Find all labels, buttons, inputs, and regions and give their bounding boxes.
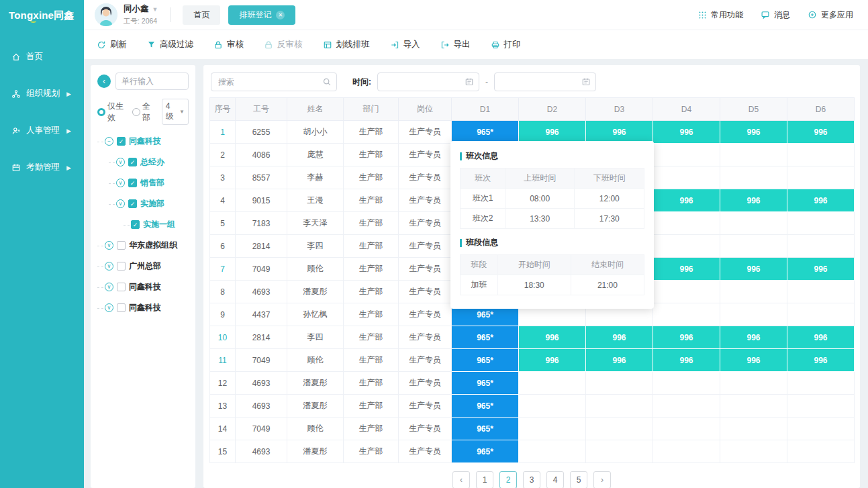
sidebar-item-1[interactable]: 组织规划 ▶ — [0, 75, 84, 112]
day-cell-d4[interactable] — [653, 303, 720, 326]
page-button-5[interactable]: 5 — [570, 471, 587, 488]
day-cell-d4[interactable]: 996 — [653, 258, 720, 281]
day-cell-d6[interactable]: 996 — [787, 189, 855, 212]
day-cell-d6[interactable] — [787, 166, 855, 189]
close-icon[interactable]: ✕ — [276, 11, 285, 19]
day-cell-d5[interactable] — [720, 235, 787, 258]
tree-node-5[interactable]: ∨ 华东虚拟组织 — [97, 240, 189, 251]
tree-checkbox[interactable]: ✓ — [131, 220, 140, 229]
day-cell-d5[interactable] — [720, 440, 787, 463]
day-cell-d5[interactable] — [720, 372, 787, 395]
tree-node-7[interactable]: ∨ 同鑫科技 — [97, 281, 189, 293]
day-cell-d4[interactable]: 996 — [653, 121, 720, 144]
tree-checkbox[interactable] — [117, 283, 126, 291]
header-tab-0[interactable]: 首页 — [183, 5, 220, 25]
day-cell-d4[interactable] — [653, 440, 720, 463]
tree-checkbox[interactable]: ✓ — [117, 137, 126, 146]
day-cell-d4[interactable] — [653, 418, 720, 440]
tree-node-1[interactable]: ∨ ✓ 总经办 — [97, 156, 189, 168]
day-cell-d5[interactable]: 996 — [720, 326, 787, 349]
user-info[interactable]: 同小鑫 ▼ 工号: 2064 — [124, 3, 158, 26]
expand-node-icon[interactable]: ∨ — [105, 283, 113, 291]
day-cell-d2[interactable] — [519, 440, 586, 463]
toolbar-item-2[interactable]: 审核 — [213, 39, 244, 50]
day-cell-d3[interactable]: 996 — [586, 326, 653, 349]
tree-checkbox[interactable]: ✓ — [128, 199, 137, 208]
level-select[interactable]: 4级 ▼ — [162, 99, 189, 125]
day-cell-d1[interactable]: 965* — [452, 349, 519, 372]
expand-node-icon[interactable]: ∨ — [116, 179, 125, 187]
day-cell-d4[interactable] — [653, 395, 720, 418]
sidebar-item-2[interactable]: 人事管理 ▶ — [0, 112, 84, 149]
day-cell-d4[interactable] — [653, 281, 720, 303]
next-page-button[interactable]: › — [593, 471, 611, 488]
page-button-1[interactable]: 1 — [476, 471, 493, 488]
calendar-icon[interactable] — [581, 77, 591, 87]
day-cell-d3[interactable]: 996 — [586, 349, 653, 372]
page-button-2[interactable]: 2 — [499, 471, 517, 488]
table-search-input[interactable] — [211, 72, 337, 91]
day-cell-d5[interactable]: 996 — [720, 258, 787, 281]
tree-checkbox[interactable]: ✓ — [128, 158, 137, 166]
tree-node-8[interactable]: ∨ 同鑫科技 — [97, 302, 189, 313]
expand-node-icon[interactable]: ∨ — [116, 158, 125, 166]
calendar-icon[interactable] — [465, 77, 474, 87]
day-cell-d6[interactable] — [787, 372, 855, 395]
expand-node-icon[interactable]: ∨ — [105, 262, 113, 271]
toolbar-item-5[interactable]: 导入 — [390, 39, 420, 50]
toolbar-item-3[interactable]: 反审核 — [264, 39, 303, 50]
day-cell-d4[interactable] — [653, 235, 720, 258]
day-cell-d5[interactable]: 996 — [720, 121, 787, 144]
day-cell-d6[interactable] — [787, 418, 855, 440]
day-cell-d6[interactable]: 996 — [787, 349, 855, 372]
day-cell-d6[interactable]: 996 — [787, 258, 855, 281]
tree-checkbox[interactable] — [117, 262, 126, 271]
day-cell-d1[interactable]: 965* — [452, 121, 519, 144]
page-button-4[interactable]: 4 — [546, 471, 564, 488]
toolbar-item-0[interactable]: 刷新 — [97, 39, 127, 50]
tree-checkbox[interactable]: ✓ — [128, 179, 137, 187]
day-cell-d5[interactable] — [720, 281, 787, 303]
quick-action-1[interactable]: 消息 — [761, 9, 790, 21]
day-cell-d6[interactable] — [787, 440, 855, 463]
day-cell-d5[interactable]: 996 — [720, 189, 787, 212]
day-cell-d6[interactable] — [787, 395, 855, 418]
day-cell-d3[interactable] — [586, 372, 653, 395]
day-cell-d5[interactable] — [720, 395, 787, 418]
day-cell-d6[interactable] — [787, 303, 855, 326]
sidebar-item-0[interactable]: 首页 — [0, 38, 84, 75]
day-cell-d4[interactable] — [653, 372, 720, 395]
sidebar-item-3[interactable]: 考勤管理 ▶ — [0, 149, 84, 186]
collapse-node-icon[interactable]: − — [105, 137, 113, 146]
day-cell-d6[interactable]: 996 — [787, 326, 855, 349]
toolbar-item-7[interactable]: 打印 — [491, 39, 521, 50]
day-cell-d4[interactable] — [653, 144, 720, 166]
day-cell-d5[interactable] — [720, 144, 787, 166]
day-cell-d6[interactable] — [787, 235, 855, 258]
prev-page-button[interactable]: ‹ — [452, 471, 470, 488]
day-cell-d4[interactable] — [653, 166, 720, 189]
day-cell-d3[interactable] — [586, 440, 653, 463]
day-cell-d2[interactable]: 996 — [519, 349, 586, 372]
day-cell-d5[interactable] — [720, 212, 787, 235]
radio-option-0[interactable]: 仅生效 — [97, 101, 129, 124]
day-cell-d1[interactable]: 965* — [452, 395, 519, 418]
day-cell-d5[interactable] — [720, 418, 787, 440]
quick-action-0[interactable]: 常用功能 — [698, 9, 743, 21]
expand-node-icon[interactable]: ∨ — [105, 241, 113, 250]
day-cell-d4[interactable] — [653, 212, 720, 235]
day-cell-d3[interactable] — [586, 418, 653, 440]
toolbar-item-4[interactable]: 划线排班 — [323, 39, 370, 50]
avatar[interactable] — [95, 3, 117, 26]
day-cell-d6[interactable] — [787, 281, 855, 303]
day-cell-d5[interactable] — [720, 166, 787, 189]
day-cell-d6[interactable] — [787, 144, 855, 166]
day-cell-d1[interactable]: 965* — [452, 326, 519, 349]
day-cell-d2[interactable]: 996 — [519, 121, 586, 144]
day-cell-d5[interactable]: 996 — [720, 349, 787, 372]
tree-node-4[interactable]: ✓ 实施一组 — [97, 219, 189, 230]
day-cell-d1[interactable]: 965* — [452, 440, 519, 463]
tree-node-2[interactable]: ∨ ✓ 销售部 — [97, 177, 189, 189]
day-cell-d2[interactable] — [519, 372, 586, 395]
tree-node-3[interactable]: ∨ ✓ 实施部 — [97, 198, 189, 209]
